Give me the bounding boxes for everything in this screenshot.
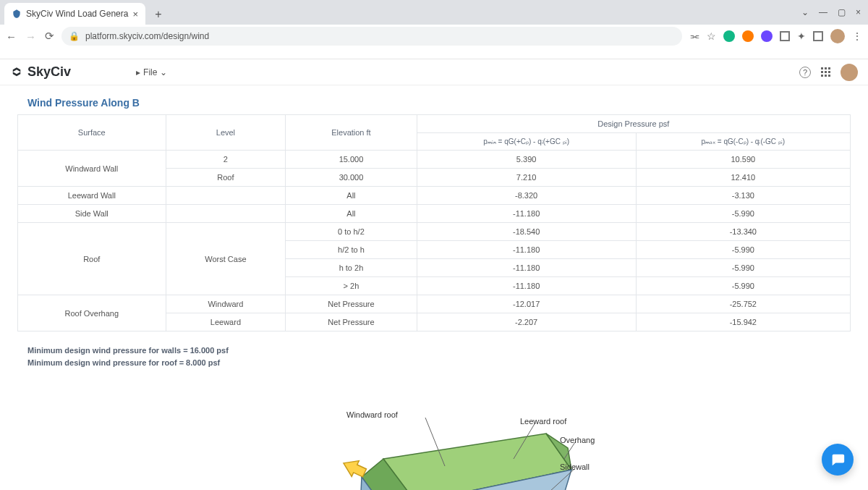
label-leeward-roof: Leeward roof — [520, 417, 566, 426]
forward-icon[interactable]: → — [25, 30, 36, 43]
extension-purple-icon[interactable] — [761, 30, 773, 42]
chat-icon — [830, 452, 846, 468]
col-pmax: pₘₐₓ = qG(-Cₚ) - qᵢ(-GC ₚᵢ) — [636, 133, 850, 151]
lock-icon: 🔒 — [69, 31, 80, 41]
extension-orange-icon[interactable] — [742, 30, 754, 42]
close-tab-icon[interactable]: × — [132, 9, 138, 20]
col-elevation: Elevation ft — [286, 115, 417, 151]
brand-text: SkyCiv — [27, 64, 71, 80]
chat-support-button[interactable] — [822, 444, 854, 476]
col-level: Level — [166, 115, 286, 151]
sidepanel-icon[interactable] — [813, 31, 823, 41]
table-row: Roof Overhang Windward Net Pressure -12.… — [18, 295, 851, 313]
chevron-down-icon[interactable]: ⌄ — [801, 7, 809, 17]
note-roof: Minimum design wind pressure for roof = … — [27, 357, 841, 369]
table-row: Leeward Wall All -8.320 -3.130 — [18, 187, 851, 205]
table-row: Roof Worst Case 0 to h/2 -18.540 -13.340 — [18, 223, 851, 241]
table-header-row: Surface Level Elevation ft Design Pressu… — [18, 115, 851, 133]
close-window-icon[interactable]: × — [856, 7, 861, 17]
maximize-icon[interactable]: ▢ — [838, 7, 846, 17]
back-icon[interactable]: ← — [6, 30, 17, 43]
address-bar[interactable]: 🔒 platform.skyciv.com/design/wind — [61, 27, 682, 46]
extensions-puzzle-icon[interactable]: ✦ — [797, 30, 806, 42]
note-walls: Minimum design wind pressure for walls =… — [27, 345, 841, 357]
col-design-pressure: Design Pressure psf — [417, 115, 850, 133]
skyciv-logo-icon — [10, 66, 23, 79]
col-pmin: pₘᵢₙ = qG(+Cₚ) - qᵢ(+GC ₚᵢ) — [417, 133, 636, 151]
wind-pressure-table: Surface Level Elevation ft Design Pressu… — [17, 114, 851, 331]
minimize-icon[interactable]: — — [819, 7, 827, 17]
browser-tab[interactable]: SkyCiv Wind Load Genera × — [4, 3, 145, 25]
new-tab-button[interactable]: + — [150, 6, 167, 23]
help-icon[interactable]: ? — [799, 67, 811, 78]
apps-grid-icon[interactable] — [821, 67, 830, 77]
col-surface: Surface — [18, 115, 166, 151]
label-overhang: Overhang — [560, 436, 595, 444]
label-sidewall: Sidewall — [560, 462, 590, 471]
share-icon[interactable]: ⫘ — [689, 30, 699, 42]
file-menu[interactable]: ▸ File ⌄ — [136, 67, 167, 77]
extension-box-icon[interactable] — [780, 31, 790, 41]
file-icon: ▸ — [136, 67, 140, 77]
extension-green-icon[interactable] — [723, 30, 735, 42]
user-avatar[interactable] — [841, 64, 858, 81]
tab-title: SkyCiv Wind Load Genera — [26, 9, 128, 19]
chevron-down-icon: ⌄ — [160, 67, 167, 77]
kebab-menu-icon[interactable]: ⋮ — [852, 30, 862, 42]
building-svg — [17, 390, 851, 490]
building-diagram: Windward roof Leeward roof Overhang Side… — [17, 390, 851, 490]
skyciv-favicon-icon — [12, 9, 22, 19]
reload-icon[interactable]: ⟳ — [45, 30, 54, 43]
star-icon[interactable]: ☆ — [707, 30, 716, 42]
file-menu-label: File — [143, 67, 157, 77]
label-windward-roof: Windward roof — [346, 410, 398, 419]
table-row: Side Wall All -11.180 -5.990 — [18, 205, 851, 223]
url-text: platform.skyciv.com/design/wind — [85, 31, 209, 41]
table-row: Windward Wall 2 15.000 5.390 10.590 — [18, 151, 851, 169]
profile-avatar-icon[interactable] — [830, 29, 845, 43]
skyciv-logo[interactable]: SkyCiv — [10, 64, 71, 80]
section-title: Wind Pressure Along B — [17, 93, 851, 114]
